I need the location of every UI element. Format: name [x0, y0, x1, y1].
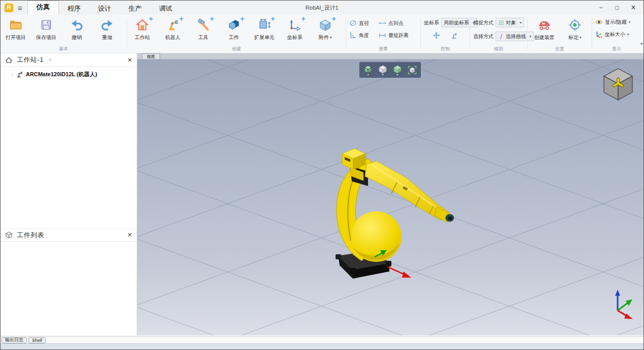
diameter-icon	[349, 19, 357, 27]
target-icon	[568, 18, 582, 32]
cube-plus-icon: +	[318, 18, 332, 32]
dropdown-caret-icon: ▾	[627, 33, 629, 37]
dropdown-caret-icon: ▾	[579, 36, 581, 40]
snap-mode-label: 捕捉方式	[473, 19, 494, 26]
tree-item-robot[interactable]: • ARCMate120iD12L (机器人)	[1, 67, 137, 78]
save-project-button[interactable]: 保存项目	[31, 16, 62, 41]
create-workpiece-button[interactable]: + 工件	[219, 16, 249, 41]
render-solid-button[interactable]: ▾	[376, 63, 389, 77]
house-plus-icon: +	[135, 18, 149, 32]
axis-triad-icon	[595, 30, 603, 38]
home-icon	[5, 56, 13, 64]
resize-square-plus-icon: +	[257, 18, 271, 32]
create-attachment-button[interactable]: + 附件▾	[310, 16, 341, 41]
viewport: 视图	[137, 53, 643, 335]
close-button[interactable]: ✕	[625, 1, 641, 15]
solid-white-cube-icon	[378, 65, 388, 74]
tab-production[interactable]: 生产	[120, 3, 150, 15]
ribbon-group-control: 坐标系 局部坐标系▾ 控制	[421, 15, 470, 53]
hamburger-menu-icon[interactable]: ≡	[18, 4, 22, 12]
hex-nut-plus-icon: +	[227, 18, 241, 32]
plus-badge: +	[149, 15, 153, 22]
group-label-control: 控制	[421, 46, 470, 52]
undo-button[interactable]: 撤销	[62, 16, 92, 41]
dropdown-caret-icon: ▾	[517, 21, 522, 25]
tree-expand-dot[interactable]: •	[12, 72, 13, 77]
main-area: 工作站-1 ˅ ✕ • ARCMate120iD12L (机器人) 工件列表 ✕…	[1, 53, 643, 335]
plus-badge: +	[240, 15, 244, 22]
close-panel-icon[interactable]: ✕	[128, 57, 132, 63]
chevron-down-icon[interactable]: ˅	[49, 57, 51, 62]
title-bar: R ≡ 仿真 程序 设计 生产 调试 RobAI_设计1 − □ ✕	[1, 1, 643, 15]
plus-badge: +	[332, 15, 336, 22]
viewport-canvas[interactable]: ▾ ▾ ▾	[137, 59, 643, 335]
ribbon: 打开项目 保存项目 撤销 重做 基本	[1, 15, 643, 53]
calibration-button[interactable]: 标定▾	[560, 16, 590, 41]
group-label-measure: 测量	[346, 46, 420, 52]
viewport-tab-view[interactable]: 视图	[142, 53, 160, 59]
dropdown-caret-icon: ▾	[396, 74, 398, 76]
measure-point-to-point-button[interactable]: 点到点	[379, 19, 421, 27]
robot-jog-button[interactable]	[450, 31, 458, 39]
output-log-tab[interactable]: 输出日志	[2, 337, 27, 343]
render-shaded-button[interactable]: ▾	[391, 63, 404, 77]
snap-mode-select[interactable]: 对象▾	[496, 18, 524, 27]
shell-tab[interactable]: Shell	[28, 337, 46, 343]
eye-icon	[595, 18, 603, 26]
minimize-button[interactable]: −	[593, 1, 609, 15]
redo-button[interactable]: 重做	[92, 16, 122, 41]
move-cross-button[interactable]	[433, 31, 440, 39]
zoom-fit-button[interactable]	[406, 63, 419, 77]
ribbon-group-assist: 捕捉方式 对象▾ 选择方式 选择曲线▾ 辅助	[470, 15, 527, 53]
tab-design[interactable]: 设计	[89, 3, 120, 15]
3d-scene	[137, 59, 643, 335]
zoom-fit-cube-icon	[407, 66, 417, 75]
create-workstation-button[interactable]: + 工作站	[127, 16, 158, 41]
cube-outline-icon	[5, 231, 13, 239]
measure-shortest-distance-button[interactable]: 最短距离	[379, 31, 421, 39]
dropdown-caret-icon: ▾	[382, 74, 384, 76]
create-coordinate-system-button[interactable]: + 坐标系	[280, 16, 310, 41]
create-device-button[interactable]: 创建装置	[529, 16, 560, 41]
coord-system-label: 坐标系	[424, 19, 439, 26]
plus-badge: +	[179, 15, 183, 22]
open-project-button[interactable]: 打开项目	[1, 16, 31, 41]
close-panel-icon[interactable]: ✕	[128, 232, 132, 238]
tab-program[interactable]: 程序	[59, 3, 89, 15]
render-shaded-edges-button[interactable]: ▾	[361, 63, 375, 77]
maximize-button[interactable]: □	[609, 1, 625, 15]
create-robot-button[interactable]: + 机器人	[158, 16, 188, 41]
create-extension-unit-button[interactable]: + 扩展单元	[249, 16, 280, 41]
bottom-tab-bar: 输出日志 Shell	[1, 336, 643, 343]
floppy-disk-icon	[39, 18, 53, 32]
view-mode-toolbar: ▾ ▾ ▾	[359, 62, 421, 78]
shaded-cube-icon	[363, 65, 373, 74]
group-label-create: 创建	[127, 46, 346, 52]
ribbon-group-measure: 直径 点到点 角度 最短距离 测量	[346, 15, 420, 53]
measure-diameter-button[interactable]: 直径	[349, 19, 379, 27]
shortest-distance-icon	[379, 31, 386, 39]
ribbon-overflow-arrow[interactable]: ▸	[641, 41, 643, 46]
folder-icon	[9, 18, 23, 32]
tab-simulation[interactable]: 仿真	[27, 1, 59, 15]
ribbon-group-create: + 工作站 + 机器人 + 工具 + 工件 + 扩展单元	[127, 15, 346, 53]
measure-angle-button[interactable]: 角度	[349, 31, 379, 39]
group-label-settings: 设置	[528, 46, 592, 52]
tab-debug[interactable]: 调试	[150, 3, 181, 15]
create-tool-button[interactable]: + 工具	[188, 16, 219, 41]
app-logo-icon[interactable]: R	[5, 4, 13, 12]
group-label-basic: 基本	[1, 46, 127, 52]
sidebar: 工作站-1 ˅ ✕ • ARCMate120iD12L (机器人) 工件列表 ✕	[1, 53, 137, 335]
coord-size-button[interactable]: 坐标大小 ▾	[595, 30, 638, 38]
workpiece-list-title[interactable]: 工件列表	[17, 231, 44, 240]
redo-icon	[100, 18, 114, 32]
viewport-tab-strip: 视图	[137, 53, 643, 59]
ribbon-group-basic: 打开项目 保存项目 撤销 重做 基本	[1, 15, 127, 53]
workstation-panel-header: 工作站-1 ˅ ✕	[1, 53, 137, 67]
workstation-title[interactable]: 工作站-1	[17, 55, 44, 65]
show-hide-button[interactable]: 显示/隐藏 ▾	[595, 18, 638, 26]
undo-icon	[70, 18, 84, 32]
workpiece-panel-header: 工件列表 ✕	[1, 228, 137, 242]
angle-icon	[349, 31, 357, 39]
shaded-green-cube-icon	[392, 65, 403, 74]
